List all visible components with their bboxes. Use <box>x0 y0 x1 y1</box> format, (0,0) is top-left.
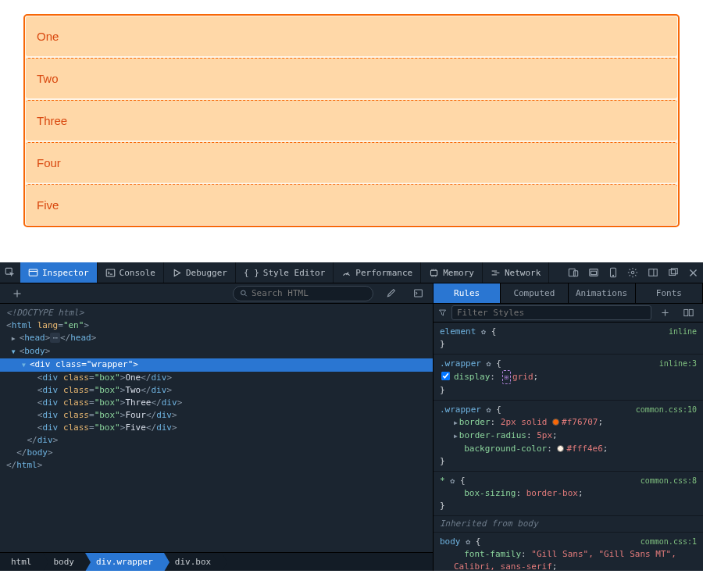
svg-point-31 <box>241 290 246 295</box>
toggle-classes-icon[interactable] <box>679 304 698 322</box>
tab-memory[interactable]: Memory <box>421 262 483 283</box>
rule-source-link[interactable]: common.css:10 <box>636 404 697 416</box>
css-rule[interactable]: inline:3 .wrapper ✿ { display: ⊞grid; } <box>434 355 703 401</box>
svg-rect-25 <box>669 270 676 276</box>
tab-label: Network <box>505 268 541 278</box>
svg-rect-1 <box>29 269 37 276</box>
selector-target-icon[interactable]: ✿ <box>487 405 491 414</box>
rule-source-link[interactable]: inline:3 <box>659 358 697 370</box>
tab-inspector[interactable]: Inspector <box>20 262 98 283</box>
css-rule[interactable]: inline element ✿ { } <box>434 323 703 355</box>
rule-source-link[interactable]: inline <box>669 326 697 338</box>
mobile-icon[interactable] <box>604 262 623 283</box>
add-rule-icon[interactable] <box>656 304 674 322</box>
svg-rect-16 <box>569 269 575 276</box>
html-search[interactable] <box>233 286 373 301</box>
tab-label: Performance <box>355 268 412 278</box>
css-rule[interactable]: common.css:10 .wrapper ✿ { ▶border: 2px … <box>434 401 703 472</box>
rules-tabbar: Rules Computed Animations Fonts <box>434 283 703 304</box>
expand-toggle[interactable] <box>12 332 20 345</box>
breadcrumbs: html body div.wrapper div.box <box>0 552 433 571</box>
responsive-mode-icon[interactable] <box>563 262 583 283</box>
grid-box: Four <box>26 142 677 183</box>
svg-rect-36 <box>684 309 688 315</box>
filter-styles-input[interactable] <box>451 305 651 320</box>
color-swatch[interactable] <box>552 419 559 426</box>
tab-network[interactable]: Network <box>483 262 549 283</box>
expand-toggle[interactable] <box>12 345 20 358</box>
grid-box: Three <box>26 100 677 141</box>
add-node-icon[interactable] <box>8 283 27 303</box>
svg-rect-6 <box>431 270 437 276</box>
tab-label: Memory <box>443 268 474 278</box>
svg-rect-19 <box>591 271 597 274</box>
color-swatch[interactable] <box>557 445 564 452</box>
css-rule[interactable]: common.css:1 body ✿ { font-family: "Gill… <box>434 533 703 571</box>
rules-tab-animations[interactable]: Animations <box>569 283 636 303</box>
tab-label: Inspector <box>42 268 89 278</box>
selected-node[interactable]: <div class="wrapper"> <box>0 358 433 372</box>
rules-view[interactable]: inline element ✿ { } inline:3 .wrapper ✿… <box>434 323 703 571</box>
svg-line-32 <box>245 294 247 296</box>
selector-target-icon[interactable]: ✿ <box>450 476 455 485</box>
rules-tab-computed[interactable]: Computed <box>501 283 568 303</box>
html-search-input[interactable] <box>252 288 366 298</box>
css-rule[interactable]: common.css:8 * ✿ { box-sizing: border-bo… <box>434 472 703 516</box>
tab-performance[interactable]: Performance <box>334 262 421 283</box>
grid-wrapper: One Two Three Four Five <box>23 14 680 227</box>
devtools-toolbar: Inspector Console Debugger { } Style Edi… <box>0 262 703 283</box>
markup-view[interactable]: <!DOCTYPE html> <html lang="en"> <head>⋯… <box>0 304 433 552</box>
search-icon <box>240 289 248 298</box>
rule-source-link[interactable]: common.css:8 <box>641 475 697 487</box>
rules-tab-fonts[interactable]: Fonts <box>636 283 703 303</box>
tab-label: Console <box>120 268 155 278</box>
tab-label: Debugger <box>186 268 227 278</box>
rendered-viewport: One Two Three Four Five <box>0 0 703 262</box>
tab-console[interactable]: Console <box>98 262 164 283</box>
rules-tab-rules[interactable]: Rules <box>434 283 501 303</box>
svg-rect-3 <box>106 269 115 276</box>
devtools-panel: Inspector Console Debugger { } Style Edi… <box>0 262 703 571</box>
pick-element-icon[interactable] <box>0 262 20 283</box>
expand-toggle[interactable] <box>22 358 30 372</box>
svg-rect-33 <box>415 290 423 297</box>
dock-side-icon[interactable] <box>643 262 663 283</box>
markup-node[interactable]: <div class="box">Two</div> <box>0 384 433 397</box>
svg-point-21 <box>612 275 613 276</box>
tab-label: Style Editor <box>263 268 325 278</box>
inherited-separator: Inherited from body <box>434 516 703 533</box>
grid-box: Five <box>26 184 677 225</box>
settings-icon[interactable] <box>623 262 643 283</box>
selector-target-icon[interactable]: ✿ <box>481 327 486 336</box>
markup-node[interactable]: <div class="box">One</div> <box>0 372 433 384</box>
grid-box: Two <box>26 58 677 98</box>
grid-box: One <box>26 16 677 56</box>
markup-node[interactable]: <div class="box">Three</div> <box>0 397 433 409</box>
eyedropper-icon[interactable] <box>381 283 401 303</box>
breadcrumb-item[interactable]: body <box>43 553 86 571</box>
split-console-icon[interactable] <box>409 283 428 303</box>
close-icon[interactable] <box>683 262 703 283</box>
tab-style-editor[interactable]: { } Style Editor <box>236 262 334 283</box>
breadcrumb-item[interactable]: html <box>0 553 43 571</box>
grid-highlight-toggle[interactable]: ⊞ <box>502 370 511 384</box>
dock-window-icon[interactable] <box>663 262 683 283</box>
iframe-picker-icon[interactable] <box>583 262 604 283</box>
breadcrumb-item[interactable]: div.wrapper <box>85 553 164 571</box>
svg-rect-26 <box>671 269 677 274</box>
rule-source-link[interactable]: common.css:1 <box>641 536 697 548</box>
svg-rect-23 <box>649 269 658 276</box>
markup-node[interactable]: <div class="box">Four</div> <box>0 409 433 422</box>
decl-toggle[interactable] <box>441 372 450 380</box>
selector-target-icon[interactable]: ✿ <box>487 359 491 368</box>
tab-debugger[interactable]: Debugger <box>164 262 236 283</box>
svg-rect-17 <box>573 271 577 276</box>
markup-node[interactable]: <div class="box">Five</div> <box>0 422 433 434</box>
svg-rect-37 <box>689 309 693 315</box>
filter-icon <box>438 308 447 317</box>
svg-point-22 <box>631 271 634 274</box>
breadcrumb-item[interactable]: div.box <box>164 553 222 571</box>
selector-target-icon[interactable]: ✿ <box>466 537 470 546</box>
